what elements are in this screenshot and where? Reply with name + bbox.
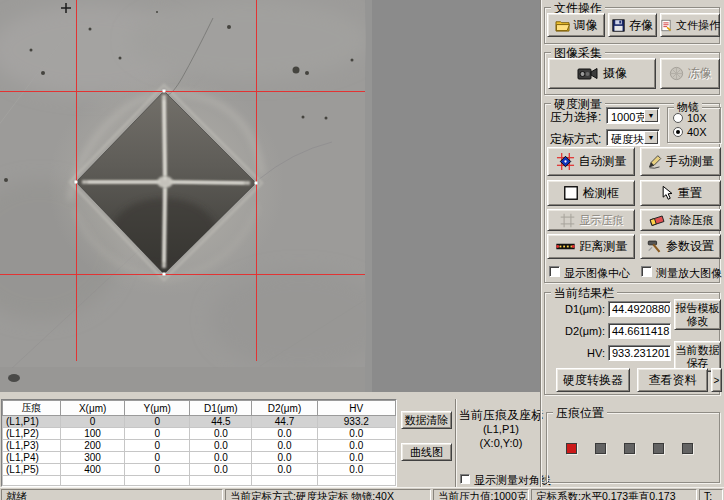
d1-field[interactable]: 44.4920880 (608, 301, 671, 317)
curve-chart-button[interactable]: 曲线图 (401, 443, 452, 461)
indent-table-body: (L1,P1)0044.544.7933.2(L1,P2)10000.00.00… (3, 416, 396, 488)
save-image-button[interactable]: 存像 (608, 13, 657, 37)
manual-measure-button[interactable]: 手动测量 (640, 147, 721, 176)
table-cell: 0.0 (252, 452, 317, 464)
hv-label: HV: (549, 347, 605, 359)
position-square[interactable] (624, 443, 635, 454)
reset-button[interactable]: 重置 (640, 180, 721, 206)
ruler-icon (555, 241, 576, 252)
table-row[interactable]: (L1,P1)0044.544.7933.2 (3, 416, 396, 428)
clear-data-button[interactable]: 数据清除 (401, 411, 452, 429)
chevron-down-icon[interactable]: ▼ (644, 109, 658, 122)
load-image-button[interactable]: 调像 (547, 13, 605, 37)
table-cell: 0.0 (252, 440, 317, 452)
calibration-select[interactable]: 硬度块 ▼ (606, 129, 660, 146)
table-row[interactable]: (L1,P4)30000.00.00.0 (3, 452, 396, 464)
capture-label: 摄像 (603, 65, 627, 82)
clear-indent-button[interactable]: 清除压痕 (640, 209, 721, 231)
cursor-arrow-icon (659, 185, 674, 201)
pressure-value: 1000克 (611, 110, 646, 125)
crosshair-grid-icon (556, 152, 575, 171)
auto-measure-button[interactable]: 自动测量 (547, 147, 635, 176)
result-group-title: 当前结果栏 (551, 285, 617, 302)
status-calibration: 当前定标方式:硬度块定标 物镜:40X (225, 489, 431, 500)
show-image-center-checkbox[interactable] (549, 266, 560, 277)
distance-measure-label: 距离测量 (580, 238, 628, 255)
d2-field[interactable]: 44.6611418 (608, 323, 671, 339)
document-icon (660, 19, 672, 32)
more-button[interactable]: > (711, 368, 722, 392)
table-cell: 0.0 (317, 464, 395, 476)
report-template-label-1: 报告模板 (676, 302, 720, 315)
manual-measure-label: 手动测量 (666, 153, 714, 170)
microscope-image-area[interactable] (0, 0, 540, 392)
col-header-y: Y(μm) (125, 401, 190, 416)
status-ready: 就绪 (1, 489, 223, 500)
table-cell: (L1,P2) (3, 428, 61, 440)
status-time: T: (699, 489, 723, 500)
table-cell: (L1,P3) (3, 440, 61, 452)
zoom-measure-checkbox[interactable] (641, 266, 652, 277)
freeze-button[interactable]: 冻像 (660, 58, 720, 89)
indent-table: 压痕 X(μm) Y(μm) D1(μm) D2(μm) HV (L1,P1)0… (2, 400, 396, 487)
bottom-divider (455, 399, 457, 487)
hardness-converter-label: 硬度转换器 (563, 372, 623, 389)
table-cell: (L1,P1) (3, 416, 61, 428)
table-cell (125, 476, 190, 486)
view-data-button[interactable]: 查看资料 (637, 368, 708, 392)
panel-divider (540, 0, 542, 392)
table-cell (317, 476, 395, 486)
table-row[interactable]: (L1,P3)20000.00.00.0 (3, 440, 396, 452)
table-cell: 0 (125, 428, 190, 440)
show-diagonal-checkbox[interactable] (460, 474, 470, 484)
radio-icon (673, 127, 683, 137)
objective-10x-label: 10X (687, 112, 707, 124)
report-template-button[interactable]: 报告模板 修改 (674, 299, 721, 330)
radio-icon (673, 113, 683, 123)
table-cell (3, 476, 61, 486)
show-image-center-label: 显示图像中心 (564, 266, 630, 281)
objective-40x-radio[interactable]: 40X (673, 126, 707, 138)
file-operation-button[interactable]: 文件操作 (660, 13, 720, 37)
indent-position-squares (566, 443, 716, 454)
pressure-label: 压力选择: (550, 109, 601, 126)
table-cell: 44.7 (252, 416, 317, 428)
hv-field[interactable]: 933.231201 (608, 345, 671, 361)
position-square[interactable] (682, 443, 693, 454)
table-cell: 0.0 (190, 440, 252, 452)
d1-label: D1(μm): (549, 303, 605, 315)
position-square[interactable] (566, 443, 577, 454)
hv-value: 933.231201 (612, 347, 670, 359)
position-square[interactable] (653, 443, 664, 454)
table-cell: (L1,P5) (3, 464, 61, 476)
load-image-label: 调像 (574, 17, 598, 34)
pressure-select[interactable]: 1000克 ▼ (606, 107, 660, 124)
param-settings-label: 参数设置 (666, 238, 714, 255)
table-row[interactable]: (L1,P5)40000.00.00.0 (3, 464, 396, 476)
table-cell: 44.5 (190, 416, 252, 428)
position-square[interactable] (595, 443, 606, 454)
table-cell: 200 (61, 440, 125, 452)
more-label: > (714, 375, 720, 386)
col-header-d2: D2(μm) (252, 401, 317, 416)
table-row[interactable]: (L1,P2)10000.00.00.0 (3, 428, 396, 440)
chevron-down-icon[interactable]: ▼ (644, 131, 658, 144)
objective-10x-radio[interactable]: 10X (673, 112, 707, 124)
table-cell: 0.0 (317, 452, 395, 464)
calibration-value: 硬度块 (611, 132, 644, 147)
curve-chart-label: 曲线图 (410, 445, 443, 460)
param-settings-button[interactable]: 参数设置 (640, 234, 721, 259)
distance-measure-button[interactable]: 距离测量 (547, 234, 635, 259)
coord-xy: (X:0,Y:0) (458, 437, 544, 449)
table-cell: 0 (61, 416, 125, 428)
table-cell: 0.0 (190, 428, 252, 440)
capture-button[interactable]: 摄像 (548, 58, 656, 89)
detect-box-button[interactable]: 检测框 (547, 180, 635, 206)
table-cell: 0 (125, 416, 190, 428)
hammer-icon (647, 239, 662, 254)
hardness-converter-button[interactable]: 硬度转换器 (556, 368, 630, 392)
status-pressure: 当前压力值:1000克 (433, 489, 529, 500)
zoom-measure-label: 测量放大图像 (656, 266, 722, 281)
show-indent-button[interactable]: 显示压痕 (547, 209, 635, 231)
table-header-row: 压痕 X(μm) Y(μm) D1(μm) D2(μm) HV (3, 401, 396, 416)
